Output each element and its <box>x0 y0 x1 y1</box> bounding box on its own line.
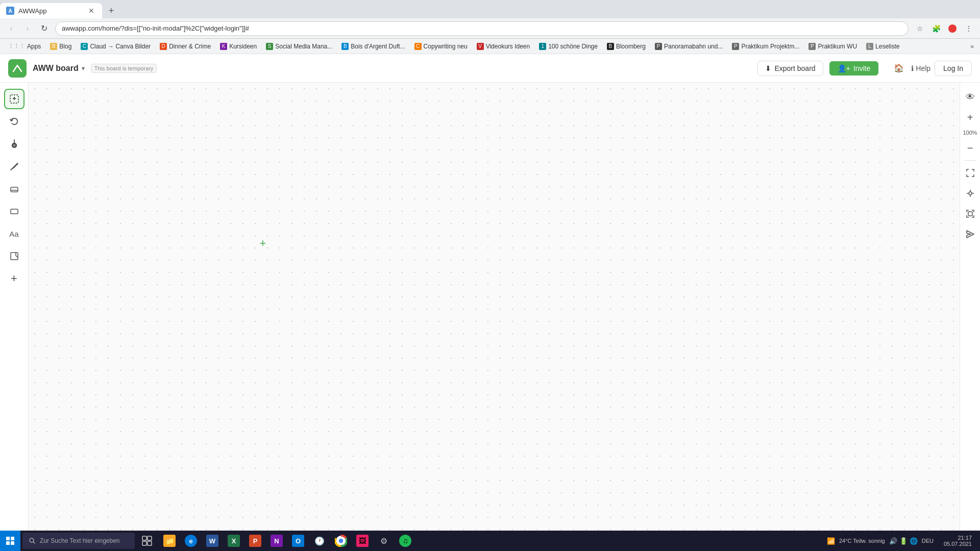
bookmark-100schone[interactable]: 1 100 schöne Dinge <box>535 41 602 52</box>
new-tab-button[interactable]: + <box>104 4 118 18</box>
help-button[interactable]: ℹ Help <box>911 64 930 72</box>
bookmark-star-icon[interactable]: ☆ <box>913 21 927 36</box>
bookmark-kursideen[interactable]: K Kursideen <box>216 41 261 52</box>
taskbar-chrome[interactable] <box>331 531 351 551</box>
bookmark-canva[interactable]: C Claud → Canva Bilder <box>77 41 155 52</box>
tab-close-button[interactable]: ✕ <box>87 6 96 15</box>
taskbar-clock[interactable]: 🕐 <box>309 531 330 551</box>
profile-icon[interactable] <box>945 21 960 36</box>
select-tool-button[interactable] <box>4 89 24 109</box>
center-button[interactable] <box>962 185 978 202</box>
bookmark-praktikum[interactable]: P Praktikum Projektm... <box>728 41 803 52</box>
back-button[interactable]: ‹ <box>4 21 18 36</box>
login-button[interactable]: Log In <box>935 61 972 76</box>
taskbar-browser-edge[interactable]: e <box>181 531 201 551</box>
active-tab[interactable]: A AWWApp ✕ <box>0 3 102 18</box>
bookmark-videokurs[interactable]: V Videokurs Ideen <box>473 41 534 52</box>
undo-tool-button[interactable] <box>4 111 24 132</box>
board-dropdown-button[interactable]: ▾ <box>82 65 85 72</box>
svg-rect-12 <box>11 541 14 545</box>
browser-extension-icon[interactable]: 🧩 <box>929 21 943 36</box>
system-tray: 📶 24°C Teilw. sonnig 🔊 🔋 🌐 DEU <box>823 537 940 545</box>
eraser-tool-button[interactable] <box>4 179 24 199</box>
bookmark-praktikum-wu-label: Praktikum WU <box>818 43 857 50</box>
zoom-out-button[interactable]: − <box>962 140 978 156</box>
add-tool-button[interactable]: + <box>4 268 24 289</box>
bookmark-praktikum-wu[interactable]: P Praktikum WU <box>804 41 861 52</box>
canvas-area[interactable]: + <box>29 83 960 531</box>
bookmark-panorama[interactable]: P Panoramabahn und... <box>651 41 727 52</box>
svg-rect-17 <box>148 541 152 545</box>
tray-wifi-icon[interactable]: 🌐 <box>910 537 918 545</box>
tab-favicon: A <box>6 7 14 15</box>
forward-button[interactable]: › <box>20 21 35 36</box>
start-button[interactable] <box>0 531 20 551</box>
taskbar-time[interactable]: 21:17 05.07.2021 <box>940 535 976 547</box>
address-bar[interactable]: awwapp.com/home/?dis=[["no-init-modal"]%… <box>55 21 909 36</box>
taskbar-outlook[interactable]: O <box>288 531 308 551</box>
bookmark-dinner[interactable]: D Dinner & Crime <box>156 41 215 52</box>
bookmark-leseliste[interactable]: L Leseliste <box>862 41 903 52</box>
show-desktop-button[interactable] <box>976 531 980 551</box>
taskbar-search-text: Zur Suche Text hier eingeben <box>40 537 120 544</box>
bookmark-100schone-label: 100 schöne Dinge <box>548 43 598 50</box>
zoom-in-button[interactable]: + <box>962 109 978 126</box>
taskbar-file-explorer[interactable]: 📁 <box>159 531 180 551</box>
home-button[interactable]: 🏠 <box>891 60 907 77</box>
pen-tool-button[interactable] <box>4 156 24 177</box>
tray-weather: 24°C Teilw. sonnig <box>839 538 885 544</box>
invite-button[interactable]: 👤+ Invite <box>829 61 879 76</box>
tray-speaker-icon[interactable]: 🔊 <box>889 537 897 545</box>
taskbar-photos[interactable]: 🖼 <box>352 531 373 551</box>
svg-rect-4 <box>11 187 18 192</box>
visibility-button[interactable]: 👁 <box>962 89 978 105</box>
shape-tool-button[interactable] <box>4 201 24 221</box>
bookmark-copywriting-label: Copywriting neu <box>424 43 468 50</box>
bookmark-bois[interactable]: B Bois d'Argent Duft... <box>337 41 409 52</box>
bookmark-bloomberg[interactable]: B Bloomberg <box>603 41 650 52</box>
browser-menu-icon[interactable]: ⋮ <box>962 21 976 36</box>
bookmark-kursideen-label: Kursideen <box>229 43 257 50</box>
bookmark-social[interactable]: S Social Media Mana... <box>262 41 336 52</box>
sticky-note-tool-button[interactable] <box>4 246 24 266</box>
tray-battery-icon: 🔋 <box>899 537 908 545</box>
send-button[interactable] <box>962 226 978 242</box>
taskbar: Zur Suche Text hier eingeben 📁 e W X P N <box>0 531 980 551</box>
board-name: AWW board <box>33 64 79 73</box>
taskbar-spotify[interactable]: ♫ <box>395 531 415 551</box>
app-logo <box>8 59 27 78</box>
taskbar-word[interactable]: W <box>202 531 223 551</box>
right-toolbar-divider <box>964 160 976 161</box>
bookmark-leseliste-label: Leseliste <box>875 43 899 50</box>
svg-point-7 <box>969 192 972 195</box>
bookmark-blog[interactable]: B Blog <box>46 41 76 52</box>
bookmark-praktikum-label: Praktikum Projektm... <box>741 43 799 50</box>
export-board-button[interactable]: ⬇ Export board <box>757 61 823 76</box>
bookmark-apps[interactable]: ⋮⋮⋮ Apps <box>4 41 45 52</box>
bookmark-blog-label: Blog <box>59 43 71 50</box>
bookmark-copywriting[interactable]: C Copywriting neu <box>410 41 472 52</box>
fullscreen-button[interactable] <box>962 206 978 222</box>
bookmarks-more-button[interactable]: » <box>968 43 976 50</box>
svg-rect-16 <box>142 541 146 545</box>
bookmark-bois-label: Bois d'Argent Duft... <box>351 43 405 50</box>
fit-screen-button[interactable] <box>962 165 978 181</box>
tray-lang: DEU <box>922 538 934 544</box>
tab-title: AWWApp <box>18 7 83 15</box>
draw-tool-button[interactable] <box>4 134 24 154</box>
taskbar-powerpoint[interactable]: P <box>245 531 265 551</box>
tray-network-icon: 📶 <box>827 537 835 545</box>
svg-rect-14 <box>142 536 146 540</box>
bookmark-videokurs-label: Videokurs Ideen <box>486 43 530 50</box>
svg-rect-11 <box>6 541 10 545</box>
bookmark-dinner-label: Dinner & Crime <box>169 43 211 50</box>
help-label: Help <box>916 64 930 72</box>
taskbar-settings[interactable]: ⚙ <box>374 531 394 551</box>
taskbar-excel[interactable]: X <box>224 531 244 551</box>
taskbar-search[interactable]: Zur Suche Text hier eingeben <box>22 533 135 549</box>
export-icon: ⬇ <box>765 64 771 72</box>
text-tool-button[interactable]: Aa <box>4 223 24 244</box>
task-view-button[interactable] <box>137 531 157 551</box>
taskbar-onenote[interactable]: N <box>266 531 287 551</box>
refresh-button[interactable]: ↻ <box>37 21 51 36</box>
